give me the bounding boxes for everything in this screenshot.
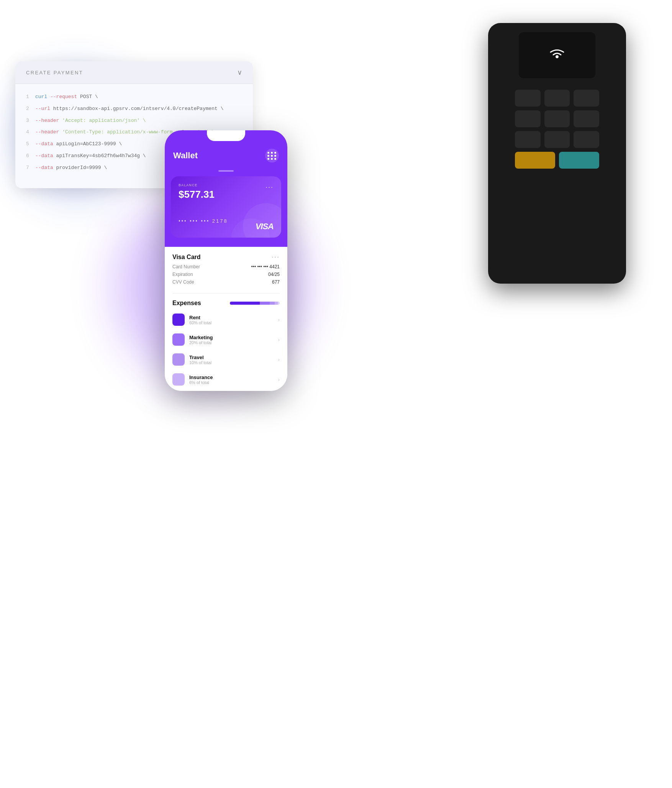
code-line-2: 2 --url https://sandbox-api.gpsrv.com/in…	[26, 105, 242, 113]
code-line-3: 3 --header 'Accept: application/json' \	[26, 117, 242, 125]
card-dots-menu[interactable]: ···	[266, 183, 274, 191]
grid-icon-button[interactable]	[265, 149, 279, 163]
pos-key[interactable]	[544, 110, 570, 127]
detail-row-cvv: CVV Code 677	[172, 279, 280, 285]
bar-travel	[270, 302, 275, 305]
expense-icon-insurance	[172, 373, 185, 386]
pos-key-gold[interactable]	[515, 152, 555, 169]
detail-label-number: Card Number	[172, 264, 200, 269]
code-text: curl --request POST \	[35, 93, 242, 101]
expense-icon-travel	[172, 353, 185, 366]
phone-notch	[207, 130, 245, 141]
line-num: 4	[26, 128, 35, 136]
credit-card[interactable]: BALANCE $577.31 ··· ••• ••• ••• 2178 VIS…	[171, 176, 281, 238]
pos-key[interactable]	[515, 110, 541, 127]
card-number: ••• ••• ••• 2178	[179, 218, 228, 224]
detail-value-number: ••• ••• ••• 4421	[251, 264, 280, 269]
card-balance: $577.31	[179, 189, 274, 200]
visa-logo: VISA	[256, 222, 274, 231]
phone-inner[interactable]: Wallet	[165, 130, 287, 391]
chevron-right-icon: ›	[278, 317, 280, 323]
expense-sub-insurance: 6% of total	[189, 380, 213, 385]
code-panel-header: CREATE PAYMENT ∨	[15, 61, 253, 84]
pos-key[interactable]	[574, 110, 599, 127]
card-info-dots[interactable]: ···	[272, 253, 280, 261]
expense-icon-rent	[172, 314, 185, 326]
pos-keypad	[515, 90, 599, 148]
pos-key-teal[interactable]	[559, 152, 599, 169]
chevron-right-icon: ›	[278, 337, 280, 343]
detail-value-cvv: 677	[272, 279, 280, 285]
expenses-header: Expenses	[165, 294, 287, 310]
pos-key[interactable]	[574, 90, 599, 107]
wifi-icon	[548, 46, 566, 65]
chevron-right-icon: ›	[278, 356, 280, 363]
detail-label-cvv: CVV Code	[172, 279, 194, 285]
expense-item-misc[interactable]: Miscellaneous 4% of total ›	[165, 389, 287, 391]
phone: Wallet	[165, 130, 287, 391]
card-info-title: Visa Card	[172, 254, 201, 261]
chevron-right-icon: ›	[278, 376, 280, 383]
code-panel-title: CREATE PAYMENT	[26, 70, 83, 76]
expense-item-insurance[interactable]: Insurance 6% of total ›	[165, 369, 287, 389]
code-text: --header 'Accept: application/json' \	[35, 117, 242, 125]
code-line-1: 1 curl --request POST \	[26, 93, 242, 101]
bar-insurance	[275, 302, 278, 305]
expense-sub-rent: 60% of total	[189, 320, 211, 325]
line-num: 6	[26, 152, 35, 160]
phone-content: Visa Card ··· Card Number ••• ••• ••• 44…	[165, 247, 287, 391]
scene: CREATE PAYMENT ∨ 1 curl --request POST \…	[0, 0, 672, 788]
expense-item-travel[interactable]: Travel 10% of total ›	[165, 350, 287, 369]
line-num: 5	[26, 140, 35, 148]
bar-misc	[278, 302, 280, 305]
pos-key[interactable]	[544, 131, 570, 148]
wallet-title: Wallet	[173, 151, 198, 161]
expense-icon-marketing	[172, 333, 185, 346]
detail-value-expiry: 04/25	[268, 272, 280, 277]
expense-item-rent[interactable]: Rent 60% of total ›	[165, 310, 287, 330]
expense-item-marketing[interactable]: Marketing 20% of total ›	[165, 330, 287, 350]
chevron-icon[interactable]: ∨	[237, 68, 242, 77]
expense-sub-marketing: 20% of total	[189, 340, 213, 345]
pos-bottom-row	[515, 152, 599, 169]
expense-name-rent: Rent	[189, 315, 211, 320]
pos-key[interactable]	[544, 90, 570, 107]
detail-row-number: Card Number ••• ••• ••• 4421	[172, 264, 280, 269]
expense-name-travel: Travel	[189, 355, 211, 360]
code-text: --url https://sandbox-api.gpsrv.com/ints…	[35, 105, 242, 113]
card-details: Card Number ••• ••• ••• 4421 Expiration …	[165, 261, 287, 293]
expense-name-marketing: Marketing	[189, 335, 213, 340]
pos-key[interactable]	[515, 90, 541, 107]
line-num: 1	[26, 93, 35, 101]
detail-label-expiry: Expiration	[172, 272, 193, 277]
card-info-row: Visa Card ···	[165, 247, 287, 261]
line-num: 2	[26, 105, 35, 113]
pos-screen	[519, 32, 595, 78]
pos-key[interactable]	[574, 131, 599, 148]
line-num: 3	[26, 117, 35, 125]
bar-rent	[230, 302, 260, 305]
expense-sub-travel: 10% of total	[189, 360, 211, 365]
expenses-bar	[230, 302, 280, 305]
line-num: 7	[26, 164, 35, 172]
bar-marketing	[260, 302, 270, 305]
card-area: BALANCE $577.31 ··· ••• ••• ••• 2178 VIS…	[165, 170, 287, 247]
pos-terminal	[488, 23, 626, 284]
pos-key[interactable]	[515, 131, 541, 148]
detail-row-expiry: Expiration 04/25	[172, 272, 280, 277]
expenses-title: Expenses	[172, 300, 201, 307]
grid-dots	[267, 152, 277, 160]
expense-name-insurance: Insurance	[189, 374, 213, 380]
card-balance-label: BALANCE	[179, 183, 274, 187]
